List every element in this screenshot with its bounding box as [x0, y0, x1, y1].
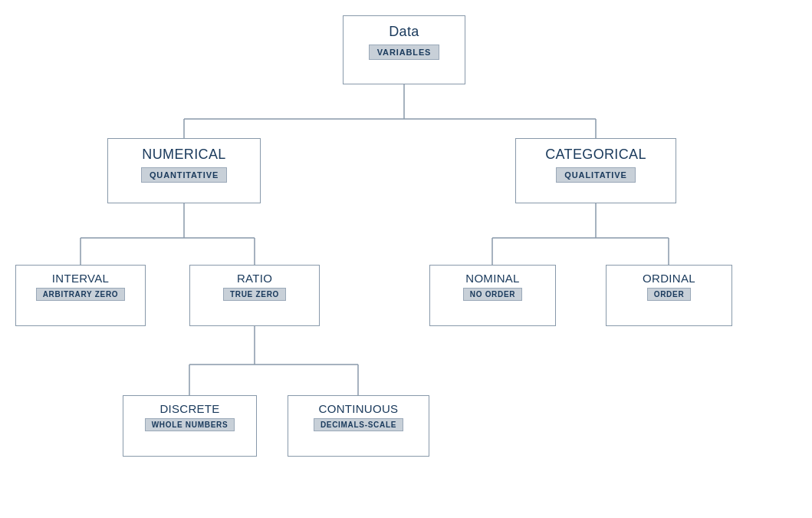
- node-categorical: CATEGORICAL QUALITATIVE: [515, 138, 676, 203]
- node-discrete-subtitle: WHOLE NUMBERS: [145, 418, 235, 431]
- node-numerical: NUMERICAL QUANTITATIVE: [107, 138, 261, 203]
- node-data-title: Data: [378, 16, 429, 45]
- diagram: Data VARIABLES NUMERICAL QUANTITATIVE CA…: [0, 0, 812, 518]
- node-ordinal-subtitle: ORDER: [647, 288, 692, 301]
- node-ratio: RATIO TRUE ZERO: [189, 265, 320, 326]
- node-interval-title: INTERVAL: [43, 266, 118, 288]
- node-numerical-subtitle: QUANTITATIVE: [141, 167, 227, 183]
- node-interval: INTERVAL ARBITRARY ZERO: [15, 265, 146, 326]
- node-ratio-title: RATIO: [228, 266, 281, 288]
- node-categorical-subtitle: QUALITATIVE: [556, 167, 635, 183]
- node-data: Data VARIABLES: [343, 15, 465, 84]
- node-interval-subtitle: ARBITRARY ZERO: [36, 288, 126, 301]
- node-ordinal-title: ORDINAL: [633, 266, 705, 288]
- node-nominal: NOMINAL NO ORDER: [429, 265, 556, 326]
- node-numerical-title: NUMERICAL: [131, 139, 236, 167]
- node-data-subtitle: VARIABLES: [369, 45, 440, 60]
- node-categorical-title: CATEGORICAL: [534, 139, 657, 167]
- node-nominal-subtitle: NO ORDER: [463, 288, 523, 301]
- node-continuous-subtitle: DECIMALS-SCALE: [314, 418, 403, 431]
- node-discrete: DISCRETE WHOLE NUMBERS: [123, 395, 257, 457]
- node-continuous-title: CONTINUOUS: [310, 396, 408, 418]
- node-discrete-title: DISCRETE: [150, 396, 228, 418]
- node-ratio-subtitle: TRUE ZERO: [223, 288, 286, 301]
- node-nominal-title: NOMINAL: [456, 266, 528, 288]
- node-continuous: CONTINUOUS DECIMALS-SCALE: [288, 395, 429, 457]
- node-ordinal: ORDINAL ORDER: [606, 265, 732, 326]
